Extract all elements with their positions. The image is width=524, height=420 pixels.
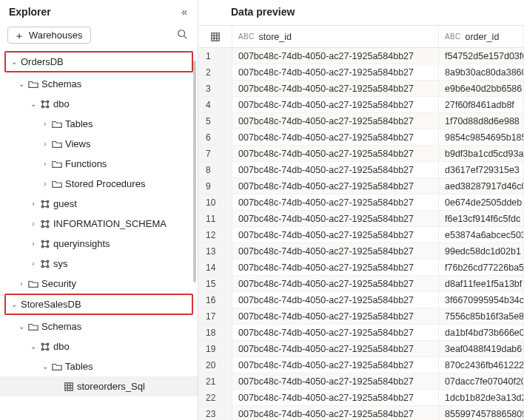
table-row[interactable]: 1007bc48c-74db-4050-ac27-1925a584bb27f54…	[198, 48, 524, 64]
explorer-tree[interactable]: ⌄ OrdersDB ⌄ Schemas ⌄ dbo	[0, 51, 198, 420]
schema-icon	[38, 199, 52, 209]
schema-information-schema[interactable]: › INFORMATION_SCHEMA	[0, 214, 198, 234]
table-row[interactable]: 16007bc48c-74db-4050-ac27-1925a584bb273f…	[198, 292, 524, 308]
table-row[interactable]: 21007bc48c-74db-4050-ac27-1925a584bb2707…	[198, 373, 524, 390]
column-header-store-id[interactable]: ABC store_id	[232, 26, 439, 47]
table-row[interactable]: 11007bc48c-74db-4050-ac27-1925a584bb27f6…	[198, 211, 524, 227]
table-row[interactable]: 17007bc48c-74db-4050-ac27-1925a584bb2775…	[198, 308, 524, 325]
schemas-label: Schemas	[40, 78, 81, 89]
cell-store-id: 007bc48c-74db-4050-ac27-1925a584bb27	[232, 308, 439, 325]
cell-store-id: 007bc48c-74db-4050-ac27-1925a584bb27	[232, 341, 439, 357]
table-item-storeorders[interactable]: › storeorders_Sql	[0, 376, 198, 396]
folder-views[interactable]: › Views	[0, 134, 198, 154]
table-row[interactable]: 20007bc48c-74db-4050-ac27-1925a584bb2787…	[198, 357, 524, 373]
chevron-down-icon[interactable]: ⌄	[28, 100, 38, 108]
folder-sprocs[interactable]: › Stored Procedures	[0, 174, 198, 194]
chevron-down-icon[interactable]: ⌄	[16, 80, 27, 88]
cell-store-id: 007bc48c-74db-4050-ac27-1925a584bb27	[232, 292, 439, 308]
table-row[interactable]: 5007bc48c-74db-4050-ac27-1925a584bb271f7…	[198, 113, 524, 129]
table-row[interactable]: 23007bc48c-74db-4050-ac27-1925a584bb2785…	[198, 406, 524, 420]
row-number-cell: 20	[198, 357, 232, 373]
chevron-right-icon[interactable]: ›	[40, 180, 50, 188]
db-node-ordersdb[interactable]: ⌄ OrdersDB	[6, 52, 192, 71]
row-number-cell: 21	[198, 373, 232, 390]
cell-store-id: 007bc48c-74db-4050-ac27-1925a584bb27	[232, 48, 439, 64]
scrollbar[interactable]	[193, 61, 196, 282]
table-row[interactable]: 18007bc48c-74db-4050-ac27-1925a584bb27da…	[198, 325, 524, 341]
row-number-cell: 18	[198, 325, 232, 341]
schema-sys[interactable]: › sys	[0, 254, 198, 274]
folder-icon	[50, 139, 64, 149]
cell-store-id: 007bc48c-74db-4050-ac27-1925a584bb27	[232, 194, 439, 211]
schema-icon	[38, 239, 52, 249]
table-row[interactable]: 19007bc48c-74db-4050-ac27-1925a584bb273e…	[198, 341, 524, 357]
chevron-down-icon[interactable]: ⌄	[28, 342, 38, 350]
explorer-title: Explorer	[9, 6, 51, 18]
collapse-panel-button[interactable]: «	[178, 4, 190, 19]
chevron-right-icon[interactable]: ›	[16, 280, 27, 288]
row-number-cell: 17	[198, 308, 232, 325]
cell-store-id: 007bc48c-74db-4050-ac27-1925a584bb27	[232, 97, 439, 113]
table-row[interactable]: 7007bc48c-74db-4050-ac27-1925a584bb27b9d…	[198, 146, 524, 162]
column-header-order-id[interactable]: ABC order_id	[439, 26, 524, 47]
type-badge: ABC	[445, 33, 460, 41]
cell-order-id: 7556c85b16f3a5e8	[439, 308, 524, 325]
table-row[interactable]: 22007bc48c-74db-4050-ac27-1925a584bb271d…	[198, 390, 524, 406]
chevron-right-icon[interactable]: ›	[28, 240, 38, 248]
plus-icon: ＋	[14, 30, 24, 41]
column-label: store_id	[258, 32, 291, 42]
row-number-cell: 7	[198, 146, 232, 162]
table-row[interactable]: 12007bc48c-74db-4050-ac27-1925a584bb27e5…	[198, 227, 524, 243]
grid-body[interactable]: 1007bc48c-74db-4050-ac27-1925a584bb27f54…	[198, 48, 524, 420]
cell-order-id: 1dcb1b82de3a13d2	[439, 390, 524, 406]
cell-order-id: 0e674de2505ddeb	[439, 194, 524, 211]
chevron-right-icon[interactable]: ›	[40, 160, 50, 168]
cell-store-id: 007bc48c-74db-4050-ac27-1925a584bb27	[232, 325, 439, 341]
cell-order-id: 3f6670995954b34c	[439, 292, 524, 308]
table-row[interactable]: 2007bc48c-74db-4050-ac27-1925a584bb278a9…	[198, 64, 524, 81]
folder-tables[interactable]: › Tables	[0, 114, 198, 134]
table-row[interactable]: 15007bc48c-74db-4050-ac27-1925a584bb27d8…	[198, 276, 524, 292]
cell-store-id: 007bc48c-74db-4050-ac27-1925a584bb27	[232, 162, 439, 178]
schema-guest[interactable]: › guest	[0, 194, 198, 214]
schema-dbo-2[interactable]: ⌄ dbo	[0, 336, 198, 356]
schemas-node[interactable]: ⌄ Schemas	[0, 74, 198, 94]
chevron-down-icon[interactable]: ⌄	[40, 362, 50, 370]
table-row[interactable]: 3007bc48c-74db-4050-ac27-1925a584bb27e9b…	[198, 81, 524, 97]
table-row[interactable]: 14007bc48c-74db-4050-ac27-1925a584bb27f7…	[198, 260, 524, 276]
folder-tables-2[interactable]: ⌄ Tables	[0, 356, 198, 376]
chevron-right-icon[interactable]: ›	[28, 220, 38, 228]
db-label: OrdersDB	[19, 56, 64, 67]
chevron-right-icon[interactable]: ›	[28, 260, 38, 268]
table-row[interactable]: 4007bc48c-74db-4050-ac27-1925a584bb2727f…	[198, 97, 524, 113]
chevron-down-icon[interactable]: ⌄	[9, 300, 19, 308]
schema-icon	[38, 259, 52, 269]
table-row[interactable]: 10007bc48c-74db-4050-ac27-1925a584bb270e…	[198, 194, 524, 211]
row-number-header[interactable]	[198, 26, 232, 47]
folder-security[interactable]: › Security	[0, 274, 198, 294]
search-icon	[177, 29, 187, 39]
row-number-cell: 8	[198, 162, 232, 178]
table-row[interactable]: 9007bc48c-74db-4050-ac27-1925a584bb27aed…	[198, 178, 524, 194]
folder-icon	[50, 119, 64, 129]
chevron-right-icon[interactable]: ›	[40, 120, 50, 128]
cell-order-id: da1bf4bd73b666e0	[439, 325, 524, 341]
folder-functions[interactable]: › Functions	[0, 154, 198, 174]
db-label: StoreSalesDB	[19, 299, 81, 310]
chevron-down-icon[interactable]: ⌄	[9, 58, 19, 66]
chevron-right-icon[interactable]: ›	[28, 200, 38, 208]
schema-queryinsights[interactable]: › queryinsights	[0, 234, 198, 254]
row-number-cell: 3	[198, 81, 232, 97]
chevron-down-icon[interactable]: ⌄	[16, 322, 27, 331]
table-row[interactable]: 6007bc48c-74db-4050-ac27-1925a584bb27985…	[198, 129, 524, 146]
table-row[interactable]: 8007bc48c-74db-4050-ac27-1925a584bb27d36…	[198, 162, 524, 178]
search-button[interactable]	[172, 27, 192, 44]
schema-dbo[interactable]: ⌄ dbo	[0, 94, 198, 114]
table-row[interactable]: 13007bc48c-74db-4050-ac27-1925a584bb2799…	[198, 243, 524, 260]
add-warehouses-button[interactable]: ＋ Warehouses	[7, 27, 91, 44]
chevron-right-icon[interactable]: ›	[40, 140, 50, 148]
row-number-cell: 5	[198, 113, 232, 129]
row-number-cell: 15	[198, 276, 232, 292]
db-node-storesalesdb[interactable]: ⌄ StoreSalesDB	[6, 295, 192, 314]
schemas-node-2[interactable]: ⌄ Schemas	[0, 316, 198, 336]
